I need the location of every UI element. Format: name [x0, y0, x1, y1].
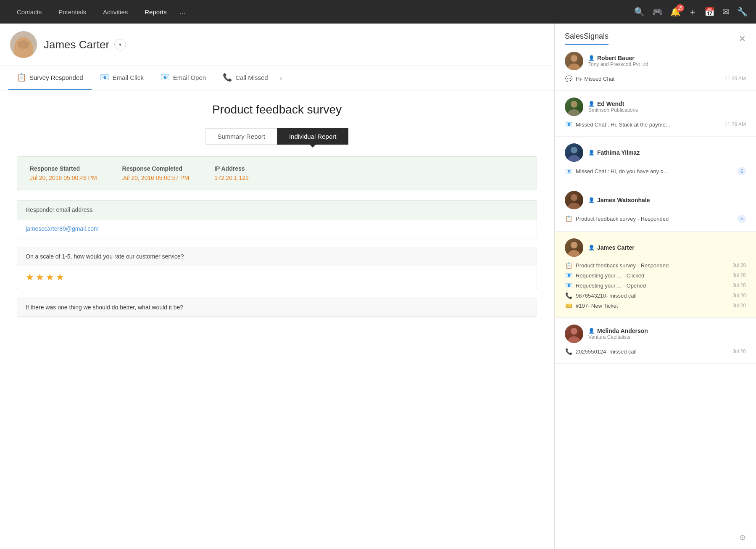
mail-icon[interactable]: ✉ — [722, 7, 730, 17]
nav-more[interactable]: ... — [175, 0, 190, 24]
ss-contact-ed-wendt: 👤 Ed Wendt Smithson Publications 📧 Misse… — [555, 91, 756, 137]
ss-company: Tony and Presscott Pvt Ltd — [588, 61, 746, 67]
ss-contact-list: 👤 Robert Bauer Tony and Presscott Pvt Lt… — [555, 45, 756, 526]
ss-activity-text: 2025550124- missed call — [576, 348, 729, 355]
ss-activity-missed-call: 📞 9876543210- missed call Jul 20 — [565, 290, 746, 301]
person-icon: 👤 — [588, 245, 595, 251]
ss-activity-survey: 📋 Product feedback survey - Responded Ju… — [565, 260, 746, 270]
svg-point-3 — [568, 109, 580, 116]
email-card-value: jamesccarter89@gmail.com — [17, 219, 537, 238]
svg-point-8 — [571, 242, 577, 248]
email-card: Responder email address jamesccarter89@g… — [17, 200, 537, 238]
avatar-fathima-yilmaz — [565, 143, 583, 162]
search-icon[interactable]: 🔍 — [634, 7, 645, 17]
tab-survey-responded[interactable]: 📋 Survey Responded — [8, 66, 92, 90]
ss-activity-text: Requesting your ... - Clicked — [576, 272, 729, 279]
tabs-row: 📋 Survey Responded 📧 Email Click 📧 Email… — [0, 66, 554, 90]
ip-address-group: IP Address 172.20.1.122 — [214, 165, 249, 181]
svg-point-4 — [571, 147, 577, 153]
ss-activity-text: Product feedback survey - Responded — [576, 262, 729, 269]
ss-activity: 📧 Missed Chat : Hi, do you have any c...… — [565, 165, 746, 177]
ss-contact-name: 👤 James Watsonhale — [588, 197, 746, 203]
survey-title: Product feedback survey — [17, 103, 537, 116]
contact-header: James Carter ▾ — [0, 24, 554, 66]
ss-activity-opened: 📧 Requesting your ... - Opened Jul 20 — [565, 280, 746, 290]
nav-reports[interactable]: Reports — [136, 0, 175, 24]
activity-count-badge: 5 — [738, 214, 746, 223]
plus-icon[interactable]: ＋ — [688, 6, 697, 18]
question-2-box: If there was one thing we should do bett… — [17, 298, 537, 317]
svg-point-2 — [571, 101, 577, 108]
survey-icon: 📋 — [565, 215, 572, 222]
response-info-box: Response Started Jul 20, 2016 05:00:46 P… — [17, 156, 537, 190]
survey-content: Product feedback survey Summary Report I… — [0, 90, 554, 549]
ss-contact-info: 👤 James Watsonhale — [588, 197, 746, 203]
ss-activity-ticket: 🎫 #107- New Ticket Jul 20 — [565, 301, 746, 311]
ss-contact-name: 👤 Fathima Yilmaz — [588, 149, 746, 156]
svg-point-5 — [568, 155, 580, 162]
ss-activity: 📞 2025550124- missed call Jul 20 — [565, 346, 746, 356]
svg-point-7 — [568, 203, 580, 209]
ss-activity-time: Jul 20 — [732, 272, 746, 278]
email-open-icon: 📧 — [161, 73, 170, 82]
ss-contact-fathima-yilmaz: 👤 Fathima Yilmaz 📧 Missed Chat : Hi, do … — [555, 137, 756, 184]
ss-activity-time: Jul 20 — [732, 293, 746, 298]
ss-activity-clicked: 📧 Requesting your ... - Clicked Jul 20 — [565, 270, 746, 280]
person-icon: 👤 — [588, 101, 595, 107]
nav-activities[interactable]: Activities — [95, 0, 136, 24]
tab-call-missed[interactable]: 📞 Call Missed — [214, 66, 277, 90]
ip-value: 172.20.1.122 — [214, 174, 249, 181]
left-panel: James Carter ▾ 📋 Survey Responded 📧 Emai… — [0, 24, 554, 549]
response-started-label: Response Started — [30, 165, 97, 172]
ss-contact-info: 👤 Robert Bauer Tony and Presscott Pvt Lt… — [588, 55, 746, 67]
nav-contacts[interactable]: Contacts — [8, 0, 50, 24]
report-tabs: Summary Report Individual Report — [17, 128, 537, 145]
ss-activity-time: Jul 20 — [732, 303, 746, 309]
nav-actions: 🔍 🎮 🔔 15 ＋ 📅 ✉ 🔧 — [634, 6, 748, 18]
question-2-header: If there was one thing we should do bett… — [17, 298, 537, 317]
gamepad-icon[interactable]: 🎮 — [652, 7, 663, 17]
settings-gear-icon[interactable]: ⚙ — [739, 533, 746, 542]
ss-activity-text: Requesting your ... - Opened — [576, 282, 729, 289]
individual-report-tab[interactable]: Individual Report — [277, 128, 349, 145]
svg-point-10 — [571, 328, 577, 335]
ss-close-button[interactable]: ✕ — [739, 34, 746, 44]
calendar-icon[interactable]: 📅 — [704, 7, 715, 17]
sales-signals-panel: SalesSignals ✕ 👤 Robert Baue — [554, 24, 756, 549]
avatar-james-watsonhale — [565, 191, 583, 209]
response-started-group: Response Started Jul 20, 2016 05:00:46 P… — [30, 165, 97, 181]
contact-dropdown-button[interactable]: ▾ — [114, 39, 126, 50]
ss-contact-header: 👤 Fathima Yilmaz — [565, 143, 746, 162]
summary-report-tab[interactable]: Summary Report — [205, 128, 277, 145]
ss-activity-time: 11:39 AM — [724, 76, 746, 82]
ss-activity-text: Missed Chat : Hi. Stuck at the payme... — [576, 121, 721, 128]
person-icon: 👤 — [588, 328, 595, 334]
bell-icon[interactable]: 🔔 15 — [670, 7, 681, 17]
response-completed-label: Response Completed — [122, 165, 190, 172]
ss-company: Smithson Publications — [588, 107, 746, 113]
tab-email-open[interactable]: 📧 Email Open — [152, 66, 214, 90]
tabs-next-arrow[interactable]: › — [280, 74, 282, 82]
email-click-icon: 📧 — [100, 73, 109, 82]
call-missed-icon: 📞 — [223, 73, 232, 82]
person-icon: 👤 — [588, 55, 595, 61]
chat-icon: 💬 — [565, 75, 572, 82]
mail-icon: 📧 — [565, 168, 572, 174]
avatar-melinda-anderson — [565, 325, 583, 343]
ss-activity-text: #107- New Ticket — [576, 303, 729, 309]
response-completed-value: Jul 20, 2016 05:00:57 PM — [122, 174, 190, 181]
svg-point-6 — [571, 194, 577, 201]
ss-activity: 💬 Hi- Missed Chat 11:39 AM — [565, 74, 746, 84]
tab-email-click[interactable]: 📧 Email Click — [92, 66, 152, 90]
mail-icon: 📧 — [565, 121, 572, 128]
question-1-answer: ★★★★ — [17, 266, 537, 289]
ss-contact-melinda-anderson: 👤 Melinda Anderson Ventura Capitalists 📞… — [555, 318, 756, 364]
nav-potentials[interactable]: Potentials — [50, 0, 95, 24]
question-1-header: On a scale of 1-5, how would you rate ou… — [17, 247, 537, 266]
ss-contact-info: 👤 Melinda Anderson Ventura Capitalists — [588, 327, 746, 340]
response-started-value: Jul 20, 2016 05:00:46 PM — [30, 174, 97, 181]
activity-count-badge: 6 — [738, 167, 746, 175]
ss-contact-james-carter: 👤 James Carter 📋 Product feedback survey… — [555, 232, 756, 318]
tools-icon[interactable]: 🔧 — [737, 7, 748, 17]
ss-contact-header: 👤 Ed Wendt Smithson Publications — [565, 98, 746, 116]
